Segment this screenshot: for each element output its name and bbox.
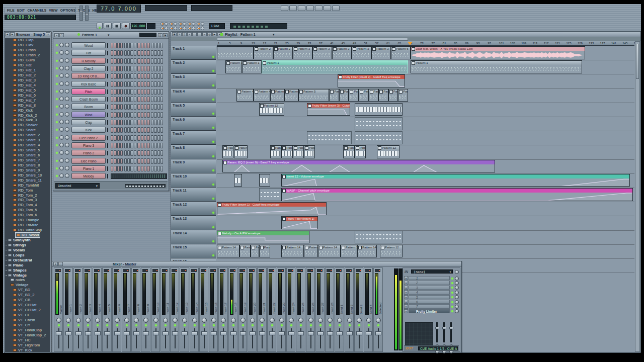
step-cell[interactable]: [117, 66, 120, 71]
step-cell[interactable]: [130, 135, 133, 141]
strip-fader-handle[interactable]: [163, 331, 169, 335]
fx-slot-menu-icon[interactable]: ▾: [404, 276, 408, 280]
step-cell[interactable]: [117, 104, 120, 110]
strip-enable-led[interactable]: [213, 324, 215, 326]
mixer-strip[interactable]: Insert 5: [102, 267, 111, 352]
step-cell[interactable]: [130, 43, 133, 48]
step-cell[interactable]: [154, 127, 156, 133]
step-cell[interactable]: [144, 112, 146, 118]
step-cell[interactable]: [114, 104, 116, 110]
step-cell[interactable]: [157, 120, 160, 125]
step-cell[interactable]: [134, 81, 136, 87]
browser-item[interactable]: RD_Hat_3: [5, 78, 50, 83]
mixer-strip[interactable]: Send 4: [364, 267, 373, 352]
pattern-clip[interactable]: Pattern 3: [359, 89, 369, 102]
menu-edit[interactable]: EDIT: [17, 9, 25, 12]
step-cell[interactable]: [160, 112, 163, 118]
step-cell[interactable]: [144, 58, 146, 64]
mixer-strip[interactable]: Insert 8: [131, 267, 140, 352]
step-cell[interactable]: [151, 66, 153, 71]
browser-item[interactable]: RD_Snare_8: [5, 162, 50, 167]
toggle-option-button[interactable]: [183, 22, 186, 26]
step-cell[interactable]: [111, 43, 113, 48]
step-cell[interactable]: [137, 127, 140, 133]
automation-clip[interactable]: insert 12 - Volume envelope: [281, 174, 630, 187]
strip-fader-handle[interactable]: [143, 331, 149, 335]
step-cell[interactable]: [157, 135, 160, 141]
step-cell[interactable]: [111, 120, 113, 125]
channel-pan-knob[interactable]: [59, 43, 64, 47]
toggle-led-icon[interactable]: [179, 22, 182, 26]
step-cell[interactable]: [127, 81, 130, 87]
step-cell[interactable]: [157, 97, 160, 102]
pattern-clip[interactable]: Pattern 5: [270, 89, 284, 102]
step-cell[interactable]: [147, 135, 149, 141]
step-cell[interactable]: [144, 135, 146, 141]
step-cell[interactable]: [144, 150, 146, 156]
rack-menu-icon[interactable]: ≡: [54, 33, 59, 37]
step-cell[interactable]: [134, 166, 136, 171]
slip-tool-button[interactable]: ↔: [197, 32, 202, 36]
strip-fader-handle[interactable]: [288, 331, 294, 335]
step-cell[interactable]: [160, 50, 163, 56]
channel-pan-knob[interactable]: [59, 89, 64, 94]
pattern-clip[interactable]: Pattern 14: [341, 245, 358, 258]
channel-volume-knob[interactable]: [65, 104, 69, 109]
slice-tool-button[interactable]: ✂: [202, 32, 207, 36]
browser-item[interactable]: RD_TriMute: [5, 223, 50, 228]
step-cell[interactable]: [127, 89, 130, 95]
channel-enable-led[interactable]: [56, 52, 58, 54]
channel-pan-knob[interactable]: [59, 50, 64, 55]
strip-fader-handle[interactable]: [104, 331, 110, 335]
step-cell[interactable]: [154, 43, 156, 48]
strip-pan-knob[interactable]: [182, 318, 187, 323]
pattern-caret-icon[interactable]: ▾: [108, 32, 110, 38]
strip-enable-led[interactable]: [281, 324, 283, 326]
browser-item[interactable]: RD_Hat_2: [5, 73, 50, 78]
browser-item[interactable]: RD_Hat_7: [5, 98, 50, 103]
menu-file[interactable]: FILE: [7, 9, 15, 12]
draw-tool-button[interactable]: ✎: [177, 32, 182, 36]
fx-slot-mix-knob[interactable]: [455, 281, 459, 285]
toggle-option-button[interactable]: [174, 27, 177, 30]
step-cell[interactable]: [124, 166, 127, 171]
step-cell[interactable]: [117, 158, 120, 164]
mixer-strip[interactable]: Insert 10: [151, 267, 160, 352]
toggle-led-icon[interactable]: [170, 27, 173, 30]
browser-item[interactable]: VT_HC: [5, 337, 50, 342]
step-cell[interactable]: [117, 112, 120, 118]
step-cell[interactable]: [144, 43, 146, 48]
pattern-clip[interactable]: Pattern 14: [217, 245, 239, 258]
step-cell[interactable]: [120, 135, 123, 141]
browser-item[interactable]: VT_CY: [5, 322, 50, 327]
track-enable-led[interactable]: [212, 155, 214, 157]
step-cell[interactable]: [114, 89, 116, 95]
mixer-strip[interactable]: Insert 11: [160, 267, 170, 352]
step-cell[interactable]: [114, 43, 116, 48]
channel-enable-led[interactable]: [56, 160, 58, 162]
playback-tool-button[interactable]: ▶: [212, 32, 217, 36]
channel-button[interactable]: Wood: [71, 42, 106, 48]
strip-fader-handle[interactable]: [182, 331, 188, 335]
track-header[interactable]: Track 4: [171, 88, 216, 103]
step-cell[interactable]: [117, 127, 120, 133]
step-cell[interactable]: [127, 135, 130, 141]
channel-button[interactable]: Pitch: [71, 88, 106, 95]
step-cell[interactable]: [134, 89, 136, 95]
step-cell[interactable]: [111, 150, 113, 156]
browser-item[interactable]: RD_Wood: [5, 233, 50, 238]
track-header[interactable]: Track 14: [171, 230, 216, 244]
strip-enable-led[interactable]: [87, 324, 89, 326]
step-cell[interactable]: [111, 73, 113, 79]
step-cell[interactable]: [124, 150, 127, 156]
browser-folder[interactable]: Vocals: [5, 247, 50, 252]
step-cell[interactable]: [160, 127, 163, 133]
channel-pan-knob[interactable]: [59, 135, 64, 140]
fx-slot-menu-icon[interactable]: ▾: [404, 290, 408, 294]
strip-pan-knob[interactable]: [289, 318, 294, 323]
step-cell[interactable]: [117, 97, 120, 102]
step-cell[interactable]: [120, 120, 123, 125]
step-cell[interactable]: [114, 50, 116, 56]
browser-item[interactable]: VT_HandClap: [5, 327, 50, 332]
fx-slot[interactable]: 6: [409, 300, 450, 304]
